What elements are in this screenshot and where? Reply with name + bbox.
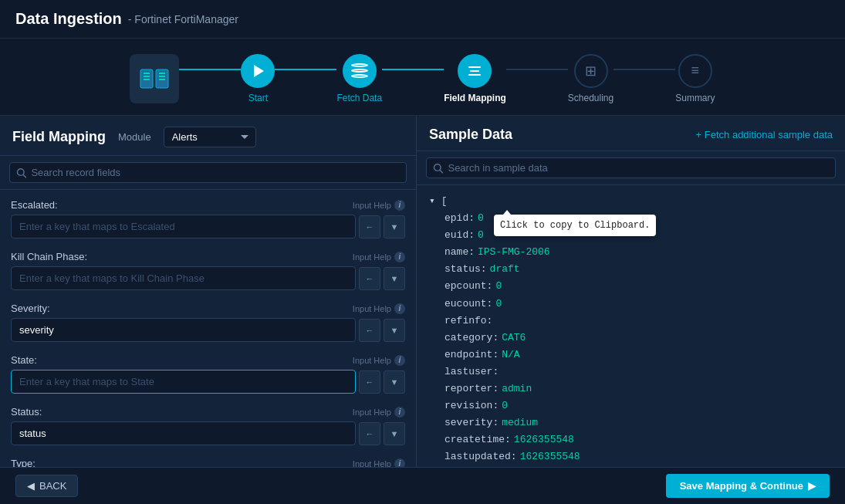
- fields-list: Escalated:Input Helpi←▼Kill Chain Phase:…: [0, 190, 416, 467]
- arrow-btn-kill-chain-phase[interactable]: ←: [359, 267, 380, 290]
- info-icon-status[interactable]: i: [394, 407, 405, 418]
- json-line-10[interactable]: reporter: admin: [429, 381, 833, 397]
- svg-line-11: [440, 170, 442, 172]
- wizard-step-summary[interactable]: ≡ Summary: [675, 54, 715, 103]
- svg-rect-5: [159, 73, 165, 74]
- wizard-step-scheduling[interactable]: ⊞ Scheduling: [568, 54, 613, 103]
- svg-rect-3: [144, 79, 150, 80]
- arrow-btn-severity[interactable]: ←: [359, 319, 380, 342]
- svg-rect-2: [144, 76, 150, 77]
- info-icon-escalated[interactable]: i: [394, 200, 405, 211]
- field-label-status: Status:: [11, 406, 42, 418]
- connector-2: [275, 69, 336, 70]
- search-bar: [0, 156, 416, 190]
- field-input-kill-chain-phase[interactable]: [11, 266, 356, 290]
- field-input-escalated[interactable]: [11, 215, 356, 238]
- header: Data Ingestion - Fortinet FortiManager: [0, 0, 845, 39]
- connector-3: [382, 69, 444, 70]
- wizard-steps: Start Fetch Data Field Mapping ⊞ Schedul…: [0, 39, 845, 116]
- field-label-kill-chain-phase: Kill Chain Phase:: [11, 251, 87, 262]
- info-icon-kill-chain-phase[interactable]: i: [394, 252, 405, 262]
- search-icon: [16, 167, 26, 178]
- info-icon-state[interactable]: i: [394, 355, 405, 366]
- search-input[interactable]: [31, 167, 400, 178]
- field-label-severity: Severity:: [11, 303, 50, 314]
- sample-search-input[interactable]: [448, 162, 829, 174]
- dropdown-btn-status[interactable]: ▼: [384, 422, 405, 445]
- dropdown-btn-severity[interactable]: ▼: [384, 319, 405, 342]
- dropdown-btn-escalated[interactable]: ▼: [384, 215, 405, 238]
- json-line-9: lastuser:: [429, 364, 833, 381]
- field-label-escalated: Escalated:: [11, 199, 58, 211]
- wizard-step-fetch[interactable]: Fetch Data: [336, 54, 382, 103]
- field-input-row-kill-chain-phase: ←▼: [11, 266, 405, 290]
- connector-5: [613, 69, 675, 70]
- field-row-severity: Severity:Input Helpi←▼: [0, 296, 416, 348]
- field-input-status[interactable]: [11, 421, 356, 445]
- save-label: Save Mapping & Continue: [680, 480, 803, 492]
- dropdown-btn-kill-chain-phase[interactable]: ▼: [384, 267, 405, 290]
- arrow-btn-escalated[interactable]: ←: [359, 215, 380, 238]
- save-arrow-icon: ▶: [808, 480, 816, 492]
- json-line-6: refinfo:: [429, 313, 833, 330]
- field-input-row-state: ←▼: [11, 370, 405, 394]
- arrow-btn-status[interactable]: ←: [359, 422, 380, 445]
- lines-icon: [468, 66, 481, 76]
- field-label-state: State:: [11, 354, 37, 366]
- svg-rect-7: [159, 79, 165, 80]
- input-help-status: Input Helpi: [353, 407, 405, 418]
- field-label-type: Type:: [11, 458, 35, 467]
- wizard-step-field-mapping[interactable]: Field Mapping: [444, 54, 506, 103]
- json-line-14[interactable]: lastupdated: 1626355548: [429, 448, 833, 465]
- sample-search-wrap: [426, 157, 836, 178]
- json-line-2[interactable]: name: IPS-FMG-2006: [429, 244, 833, 261]
- json-line-11[interactable]: revision: 0: [429, 397, 833, 414]
- input-help-kill-chain-phase: Input Helpi: [353, 252, 405, 262]
- json-line-8[interactable]: endpoint: N/A: [429, 347, 833, 364]
- svg-rect-1: [144, 73, 150, 74]
- save-mapping-button[interactable]: Save Mapping & Continue ▶: [666, 474, 830, 498]
- json-line-13[interactable]: createtime: 1626355548: [429, 431, 833, 448]
- search-wrap: [9, 162, 407, 183]
- info-icon-severity[interactable]: i: [394, 303, 405, 314]
- json-line-12[interactable]: severity: medium: [429, 414, 833, 431]
- panel-header: Field Mapping Module Alerts Events Incid…: [0, 116, 416, 156]
- info-icon-type[interactable]: i: [394, 458, 405, 468]
- field-label-row-severity: Severity:Input Helpi: [11, 303, 405, 314]
- json-line-3[interactable]: status: draft: [429, 261, 833, 278]
- step-circle-start: [241, 54, 275, 88]
- database-icon: [351, 63, 368, 78]
- field-input-severity[interactable]: [11, 318, 356, 342]
- input-help-label-severity: Input Help: [353, 304, 391, 313]
- right-panel: Sample Data + Fetch additional sample da…: [417, 116, 845, 467]
- play-icon: [254, 65, 264, 77]
- step-circle-fetch: [343, 54, 377, 88]
- fetch-link[interactable]: + Fetch additional sample data: [696, 129, 833, 140]
- json-line-4[interactable]: epcount: 0: [429, 278, 833, 295]
- step-circle-summary: ≡: [678, 54, 712, 88]
- left-panel: Field Mapping Module Alerts Events Incid…: [0, 116, 417, 467]
- json-line-5[interactable]: eucount: 0: [429, 296, 833, 313]
- field-row-kill-chain-phase: Kill Chain Phase:Input Helpi←▼: [0, 245, 416, 296]
- field-label-row-state: State:Input Helpi: [11, 354, 405, 366]
- json-line-7[interactable]: category: CAT6: [429, 330, 833, 347]
- input-help-state: Input Helpi: [353, 355, 405, 366]
- connector-4: [506, 69, 568, 70]
- step-circle-scheduling: ⊞: [574, 54, 608, 88]
- page-subtitle: - Fortinet FortiManager: [128, 13, 238, 25]
- arrow-btn-state[interactable]: ←: [359, 370, 380, 394]
- field-row-status: Status:Input Helpi←▼: [0, 400, 416, 452]
- field-label-row-type: Type:Input Helpi: [11, 458, 405, 467]
- sample-data-content: ▾ [epid: 0euid: 0Click to copy to Clipbo…: [417, 185, 845, 467]
- summary-icon: ≡: [691, 63, 700, 79]
- back-button[interactable]: ◀ BACK: [15, 475, 78, 497]
- step-label-fetch: Fetch Data: [336, 93, 382, 103]
- field-label-row-escalated: Escalated:Input Helpi: [11, 199, 405, 211]
- footer: ◀ BACK Save Mapping & Continue ▶: [0, 467, 845, 504]
- dropdown-btn-state[interactable]: ▼: [384, 370, 405, 394]
- field-input-state[interactable]: [11, 370, 356, 394]
- module-select[interactable]: Alerts Events Incidents: [164, 127, 256, 147]
- input-help-severity: Input Helpi: [353, 303, 405, 314]
- wizard-step-start[interactable]: Start: [241, 54, 275, 103]
- input-help-label-escalated: Input Help: [353, 201, 391, 210]
